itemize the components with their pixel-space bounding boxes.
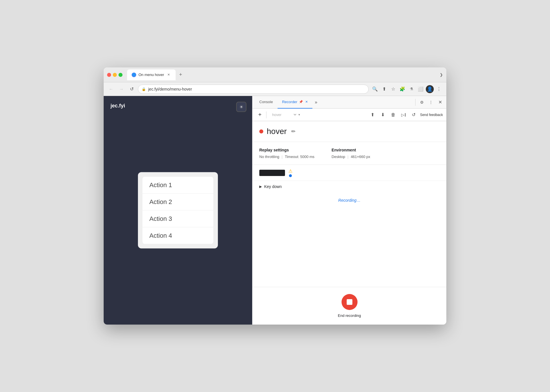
minimize-window-button[interactable] (113, 73, 117, 77)
browser-toolbar-icons: 🔍 ⬆ ☆ 🧩 ⚗ ⬜ 👤 ⋮ (371, 85, 443, 93)
tab-area: 🌐 On menu hover ✕ + (127, 69, 437, 80)
step-item: ▶ Key down (252, 181, 446, 192)
replay-settings-section: Replay settings No throttling | Timeout:… (259, 148, 314, 159)
pip-button[interactable]: ⬜ (417, 85, 425, 93)
menu-item-action1[interactable]: Action 1 (142, 177, 213, 194)
browser-tab-active[interactable]: 🌐 On menu hover ✕ (127, 69, 176, 80)
menu-item-action4[interactable]: Action 4 (142, 227, 213, 244)
recorder-replay-button[interactable]: ▷ (400, 111, 408, 119)
more-devtools-tabs-button[interactable]: » (312, 96, 320, 109)
replay-settings-label: Replay settings (259, 148, 314, 152)
recorder-recording-select[interactable]: hover (269, 111, 297, 118)
replay-settings-row: Replay settings No throttling | Timeout:… (252, 142, 446, 165)
url-bar[interactable]: 🔒 jec.fyi/demo/menu-hover (138, 85, 369, 94)
recorder-replay-alt-button[interactable]: ↺ (410, 111, 418, 119)
devtools-close-button[interactable]: ✕ (436, 98, 444, 106)
recorder-select-wrapper: hover ▾ (269, 111, 366, 118)
end-recording-button[interactable] (342, 294, 358, 310)
menu-card: Action 1 Action 2 Action 3 Action 4 (138, 172, 218, 249)
end-recording-label: End recording (338, 313, 361, 318)
browser-window: 🌐 On menu hover ✕ + ❯ ← → ↺ 🔒 jec.fyi/de… (104, 67, 446, 325)
tab-title: On menu hover (138, 73, 164, 77)
timeout-value: Timeout: 5000 ms (285, 155, 314, 159)
recorder-pin-icon: 📌 (299, 100, 303, 104)
menu-inner: Action 1 Action 2 Action 3 Action 4 (142, 177, 213, 244)
tab-recorder[interactable]: Recorder 📌 ✕ (278, 96, 312, 109)
devtools-settings-button[interactable]: ⚙ (418, 98, 426, 106)
devtools-action-buttons: ⚙ ⋮ ✕ (414, 98, 444, 106)
timeline-indicator: ⚠ (288, 168, 292, 177)
tab-favicon: 🌐 (132, 73, 136, 77)
devtools-panel: Console Recorder 📌 ✕ » ⚙ ⋮ ✕ + (252, 96, 446, 325)
recording-title-row: hover ✏ (259, 127, 439, 136)
devtools-divider (415, 99, 415, 106)
replay-settings-values: No throttling | Timeout: 5000 ms (259, 155, 314, 159)
more-menu-button[interactable]: ⋮ (435, 85, 443, 93)
recording-active-dot (259, 129, 263, 133)
recorder-tools: ⬆ ⬇ 🗑 ▷ ↺ (369, 111, 418, 119)
share-button[interactable]: ⬆ (380, 85, 388, 93)
environment-label: Environment (332, 148, 370, 152)
devtools-customize-button[interactable]: ⋮ (427, 98, 435, 106)
step-expand-icon[interactable]: ▶ (259, 185, 262, 189)
extensions-button[interactable]: 🧩 (398, 85, 406, 93)
devtools-tab-bar: Console Recorder 📌 ✕ » ⚙ ⋮ ✕ (252, 96, 446, 109)
content-area: jec.fyi ☀ Action 1 Action 2 Action 3 (104, 96, 446, 325)
close-window-button[interactable] (107, 73, 111, 77)
timeline-row: ⚠ (252, 165, 446, 181)
recording-edit-button[interactable]: ✏ (290, 127, 297, 136)
bookmark-button[interactable]: ☆ (389, 85, 397, 93)
webpage-logo: jec.fyi (111, 103, 125, 109)
webpage-area: jec.fyi ☀ Action 1 Action 2 Action 3 (104, 96, 252, 325)
url-lock-icon: 🔒 (142, 87, 146, 91)
dimensions-value: 461×660 px (351, 155, 370, 159)
recorder-delete-button[interactable]: 🗑 (389, 111, 397, 119)
menu-item-action2[interactable]: Action 2 (142, 194, 213, 211)
forward-button[interactable]: → (117, 85, 125, 93)
recording-header: hover ✏ (252, 121, 446, 142)
url-text: jec.fyi/demo/menu-hover (148, 87, 192, 91)
environment-values: Desktop | 461×660 px (332, 155, 370, 159)
replay-settings-sep: | (282, 155, 282, 159)
environment-section: Environment Desktop | 461×660 px (332, 148, 370, 159)
refresh-button[interactable]: ↺ (128, 85, 136, 93)
menu-item-action3[interactable]: Action 3 (142, 211, 213, 227)
tab-more-button[interactable]: ❯ (440, 73, 443, 77)
search-icon-button[interactable]: 🔍 (371, 85, 379, 93)
throttling-value: No throttling (259, 155, 279, 159)
timeline-dot (289, 174, 292, 177)
recorder-download-button[interactable]: ⬇ (379, 111, 387, 119)
recording-status-text: Recording… (338, 198, 361, 203)
stop-recording-icon (347, 299, 352, 305)
steps-area: ⚠ ▶ Key down Recording… (252, 165, 446, 287)
send-feedback-link[interactable]: Send feedback (420, 113, 443, 117)
sun-icon: ☀ (239, 104, 243, 110)
new-tab-button[interactable]: + (177, 71, 185, 79)
title-bar: 🌐 On menu hover ✕ + ❯ (104, 67, 446, 82)
recording-status-area: Recording… (252, 192, 446, 208)
recorder-upload-button[interactable]: ⬆ (369, 111, 377, 119)
end-recording-area: End recording (252, 287, 446, 325)
flask-button[interactable]: ⚗ (408, 85, 415, 93)
tab-close-button[interactable]: ✕ (166, 73, 171, 77)
recording-title: hover (267, 127, 287, 136)
account-button[interactable]: 👤 (426, 85, 434, 93)
maximize-window-button[interactable] (119, 73, 123, 77)
step-label: Key down (264, 184, 282, 189)
window-controls (107, 73, 123, 77)
recorder-toolbar-divider (266, 111, 266, 118)
warning-icon: ⚠ (288, 168, 292, 174)
device-value: Desktop (332, 155, 345, 159)
back-button[interactable]: ← (107, 85, 115, 93)
theme-toggle-button[interactable]: ☀ (236, 102, 246, 112)
env-sep: | (348, 155, 348, 159)
address-bar: ← → ↺ 🔒 jec.fyi/demo/menu-hover 🔍 ⬆ ☆ 🧩 … (104, 82, 446, 96)
timeline-bar (259, 170, 285, 176)
recorder-add-button[interactable]: + (256, 111, 264, 119)
recorder-toolbar: + hover ▾ ⬆ ⬇ 🗑 ▷ ↺ Send feedback (252, 109, 446, 121)
recorder-tab-close-icon[interactable]: ✕ (305, 100, 308, 104)
tab-console[interactable]: Console (255, 96, 278, 109)
chevron-down-icon: ▾ (298, 113, 300, 117)
